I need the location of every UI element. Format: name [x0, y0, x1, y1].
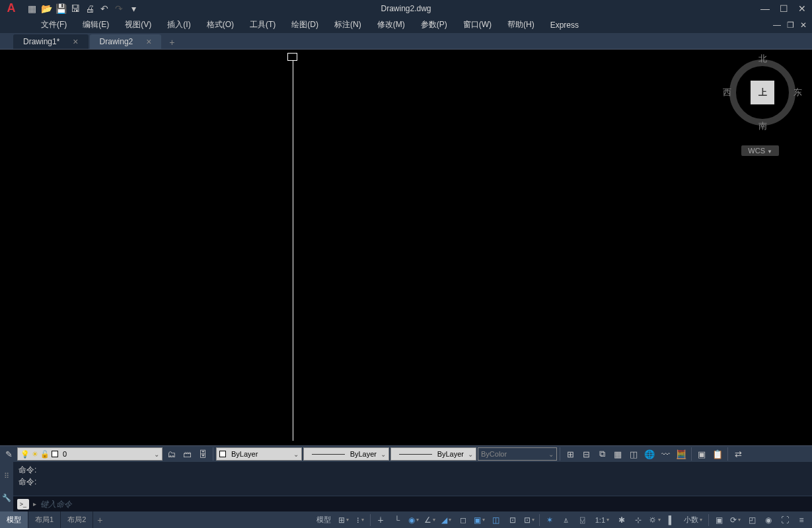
annotation-scale[interactable]: 1:1▾ [591, 513, 613, 527]
units-display[interactable]: 小数▾ [680, 513, 706, 527]
command-handle[interactable]: ⠿ 🔧 [0, 462, 13, 511]
gallery-icon[interactable]: ▦ [610, 447, 625, 461]
doc-restore-icon[interactable]: ❐ [785, 20, 795, 30]
print-icon[interactable]: 🖨 [84, 3, 96, 15]
grid-icon[interactable]: ⊟ [579, 447, 593, 461]
document-tab[interactable]: Drawing2 × [90, 34, 162, 49]
document-tab[interactable]: Drawing1* × [13, 34, 89, 49]
snap-mode-icon[interactable]: ⫶▾ [352, 513, 368, 527]
menu-edit[interactable]: 编辑(E) [75, 17, 117, 32]
polar-tracking-icon[interactable]: ∠▾ [422, 513, 438, 527]
menu-modify[interactable]: 修改(M) [369, 17, 413, 32]
wcs-dropdown[interactable]: WCS ▼ [741, 145, 779, 156]
layer-previous-icon[interactable]: 🗃 [180, 447, 194, 461]
menu-insert[interactable]: 插入(I) [159, 17, 198, 32]
lock-ui-icon[interactable]: ⟳▾ [727, 513, 743, 527]
palette-icon[interactable]: ◫ [626, 447, 641, 461]
selection-cycling-icon[interactable]: ⊡▾ [521, 513, 537, 527]
viewcube-north[interactable]: 北 [758, 53, 767, 65]
tab-label: Drawing1* [23, 37, 59, 46]
viewcube[interactable]: 上 北 南 西 东 [726, 56, 799, 129]
customize-status-icon[interactable]: ≡ [794, 513, 809, 527]
menu-format[interactable]: 格式(O) [199, 17, 242, 32]
dynamic-ucs-icon[interactable]: ⍋ [558, 513, 574, 527]
drag-grip-icon[interactable]: ⠿ [4, 472, 9, 480]
clean-screen-icon[interactable]: ⛶ [777, 513, 793, 527]
layout-tab-1[interactable]: 布局1 [28, 511, 61, 528]
layer-match-icon[interactable]: 🗂 [164, 447, 178, 461]
infer-constraint-icon[interactable]: ∔ [373, 513, 388, 527]
hardware-accel-icon[interactable]: ◉ [760, 513, 776, 527]
menu-window[interactable]: 窗口(W) [455, 17, 499, 32]
match-prop-icon[interactable]: ⇄ [731, 447, 745, 461]
qat-dropdown-icon[interactable]: ▾ [128, 3, 139, 15]
tool-icon[interactable]: ⧉ [595, 447, 609, 461]
customize-icon[interactable]: 🔧 [2, 494, 11, 502]
calc-icon[interactable]: 🧮 [674, 447, 688, 461]
dynamic-input-icon[interactable]: └ [389, 513, 405, 527]
command-prompt-icon[interactable]: >_ [17, 499, 29, 509]
grid-display-icon[interactable]: ⊞▾ [336, 513, 351, 527]
menu-dimension[interactable]: 标注(N) [326, 17, 369, 32]
save-icon[interactable]: 💾 [55, 3, 67, 15]
tab-close-icon[interactable]: × [146, 36, 151, 47]
sheet-icon[interactable]: 🌐 [642, 447, 657, 461]
lineweight-selector[interactable]: ByLayer ⌄ [390, 447, 476, 461]
ortho-mode-icon[interactable]: ◉▾ [406, 513, 422, 527]
menu-view[interactable]: 视图(V) [117, 17, 159, 32]
menu-tools[interactable]: 工具(T) [242, 17, 283, 32]
new-icon[interactable]: ▦ [26, 3, 38, 15]
list-icon[interactable]: ⊞ [563, 447, 577, 461]
modelspace-button[interactable]: 模型 [313, 513, 335, 527]
command-history[interactable]: 命令: 命令: [13, 462, 812, 496]
annotation-monitor-icon[interactable]: ▌ [663, 513, 679, 527]
workspace-icon[interactable]: ⛭▾ [647, 513, 663, 527]
paste-icon[interactable]: 📋 [710, 447, 725, 461]
isolate-icon[interactable]: ◰ [744, 513, 760, 527]
lineweight-display-icon[interactable]: ◫ [488, 513, 504, 527]
menu-help[interactable]: 帮助(H) [499, 17, 542, 32]
transparency-selector[interactable]: ByColor ⌄ [478, 447, 557, 461]
saveas-icon[interactable]: 🖫 [69, 3, 81, 15]
tab-close-icon[interactable]: × [73, 36, 78, 47]
osnap-tracking-icon[interactable]: ◻ [455, 513, 471, 527]
annotation-visibility-icon[interactable]: ✱ [614, 513, 630, 527]
layer-state-icon[interactable]: 🗄 [196, 447, 210, 461]
markup-icon[interactable]: 〰 [658, 447, 673, 461]
quick-properties-icon[interactable]: ▣ [711, 513, 727, 527]
maximize-button[interactable]: ☐ [777, 2, 790, 15]
menu-draw[interactable]: 绘图(D) [283, 17, 326, 32]
minimize-button[interactable]: — [758, 2, 772, 15]
viewcube-south[interactable]: 南 [758, 120, 767, 132]
block-icon[interactable]: ▣ [694, 447, 709, 461]
undo-icon[interactable]: ↶ [98, 3, 110, 15]
new-tab-button[interactable]: + [165, 36, 178, 49]
close-button[interactable]: ✕ [795, 2, 809, 15]
layout-tab-model[interactable]: 模型 [0, 511, 28, 528]
doc-minimize-icon[interactable]: — [772, 20, 782, 30]
command-input-row: >_ ▸ [13, 496, 812, 511]
viewcube-east[interactable]: 东 [794, 87, 802, 98]
drawing-canvas[interactable] [0, 50, 812, 445]
isometric-icon[interactable]: ◢▾ [439, 513, 455, 527]
open-icon[interactable]: 📂 [40, 3, 52, 15]
doc-close-icon[interactable]: ✕ [798, 20, 809, 30]
add-layout-button[interactable]: + [93, 515, 106, 525]
viewcube-top-face[interactable]: 上 [751, 81, 774, 104]
auto-scale-icon[interactable]: ⊹ [630, 513, 646, 527]
layout-tab-2[interactable]: 布局2 [61, 511, 93, 528]
menu-express[interactable]: Express [542, 19, 587, 32]
menu-parametric[interactable]: 参数(P) [413, 17, 455, 32]
layer-properties-icon[interactable]: ✎ [1, 447, 16, 461]
transparency-icon[interactable]: ⊡ [505, 513, 521, 527]
app-logo-icon[interactable]: A [3, 1, 19, 17]
color-selector[interactable]: ByLayer ⌄ [216, 447, 302, 461]
viewcube-west[interactable]: 西 [723, 87, 731, 98]
selection-filter-icon[interactable]: ⍌ [575, 513, 591, 527]
linetype-selector[interactable]: ByLayer ⌄ [303, 447, 389, 461]
osnap-2d-icon[interactable]: ▣▾ [472, 513, 488, 527]
3d-osnap-icon[interactable]: ✶ [542, 513, 558, 527]
command-input[interactable] [40, 500, 808, 509]
layer-selector[interactable]: 💡☀🔓 0 ⌄ [17, 447, 163, 461]
menu-file[interactable]: 文件(F) [33, 17, 75, 32]
